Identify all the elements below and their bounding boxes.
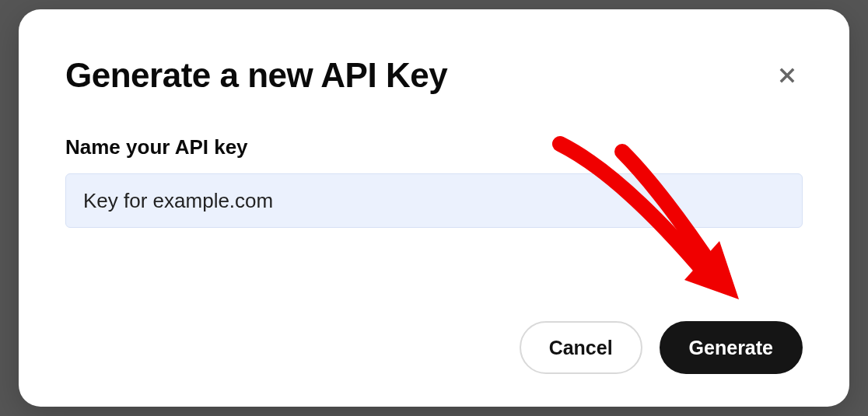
api-key-name-input[interactable] [65,173,803,228]
api-key-name-field: Name your API key [65,135,803,228]
cancel-button[interactable]: Cancel [520,321,642,374]
generate-api-key-modal: Generate a new API Key Name your API key… [19,9,849,407]
modal-header: Generate a new API Key [65,56,803,95]
close-icon [776,65,798,86]
field-label: Name your API key [65,135,803,159]
generate-button[interactable]: Generate [660,321,803,374]
modal-title: Generate a new API Key [65,56,447,95]
close-button[interactable] [772,60,803,91]
modal-footer: Cancel Generate [520,321,803,374]
